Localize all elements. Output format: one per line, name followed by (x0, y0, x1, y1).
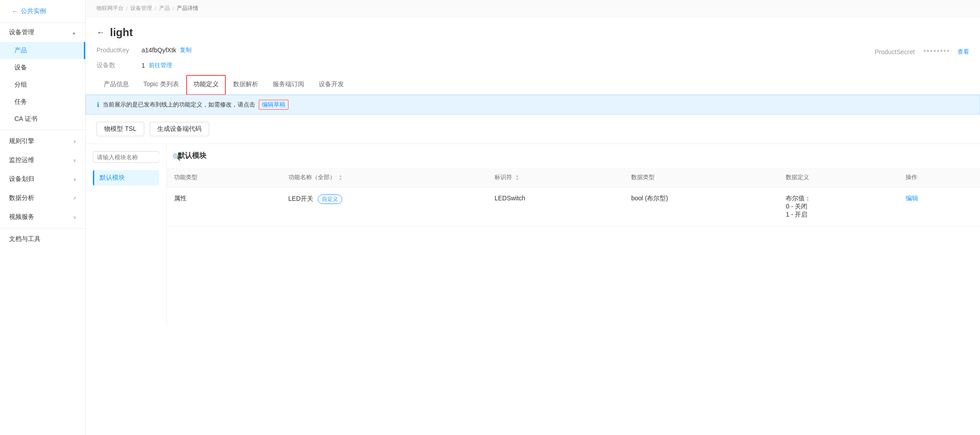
page-title: light (110, 26, 133, 39)
sidebar-group-monitor[interactable]: 监控运维 ∨ (0, 151, 85, 170)
module-title: 默认模块 (167, 144, 980, 168)
table-header: 功能类型 功能名称（全部） ▲▼ 标识符 (167, 168, 980, 187)
data-def-0: 0 - 关闭 (786, 203, 891, 211)
edit-draft-btn[interactable]: 编辑草稿 (259, 100, 289, 110)
module-search-box: 🔍 (93, 151, 159, 163)
info-circle-icon: ℹ (97, 101, 99, 108)
module-area: 🔍 默认模块 默认模块 功能类型 (86, 144, 980, 324)
info-banner: ℹ 当前展示的是已发布到线上的功能定义，如需修改，请点击 编辑草稿 (86, 95, 980, 115)
table-row: 属性 LED开关 自定义 LEDSwitch boo (167, 187, 980, 227)
data-def-title: 布尔值： (786, 194, 891, 203)
sidebar-item-ca[interactable]: CA 证书 (0, 111, 85, 128)
tab-feature-def[interactable]: 功能定义 (186, 75, 226, 95)
chevron-up-icon: ▲ (72, 30, 76, 35)
product-secret-row: ProductSecret ******** 查看 (875, 48, 969, 56)
breadcrumb-sep-1: / (126, 5, 128, 12)
tab-content: ℹ 当前展示的是已发布到线上的功能定义，如需修改，请点击 编辑草稿 物模型 TS… (86, 95, 980, 435)
main-content: 物联网平台 / 设备管理 / 产品 / 产品详情 ← light Product… (86, 0, 980, 435)
sidebar-group-data[interactable]: 数据分析 ↗ (0, 189, 85, 208)
tab-topic-list[interactable]: Topic 类列表 (136, 75, 186, 95)
product-secret-value: ******** (923, 48, 950, 56)
view-secret-btn[interactable]: 查看 (957, 48, 969, 56)
chevron-down-icon-video: ∨ (73, 215, 76, 220)
chevron-down-icon-rules: ∨ (73, 139, 76, 144)
content-inner: ℹ 当前展示的是已发布到线上的功能定义，如需修改，请点击 编辑草稿 物模型 TS… (86, 95, 980, 435)
product-key-row: ProductKey a14fbQyfXtk 复制 (96, 46, 875, 54)
tab-device-dev[interactable]: 设备开发 (311, 75, 351, 95)
breadcrumb-iot[interactable]: 物联网平台 (96, 5, 124, 12)
cell-operation: 编辑 (898, 187, 980, 227)
sidebar-back-btn[interactable]: ← 公共实例 (0, 0, 85, 23)
table-header-row: 功能类型 功能名称（全部） ▲▼ 标识符 (167, 168, 980, 187)
table-body: 属性 LED开关 自定义 LEDSwitch boo (167, 187, 980, 227)
breadcrumb-current: 产品详情 (177, 5, 198, 12)
tab-data-analysis[interactable]: 数据解析 (226, 75, 266, 95)
breadcrumb-device-mgmt[interactable]: 设备管理 (130, 5, 152, 12)
sidebar-group-device-management[interactable]: 设备管理 ▲ (0, 23, 85, 42)
sidebar-divider-1 (0, 130, 85, 130)
sort-icon-func-name[interactable]: ▲▼ (339, 174, 342, 181)
product-secret-label: ProductSecret (875, 48, 920, 56)
feature-table: 功能类型 功能名称（全部） ▲▼ 标识符 (167, 168, 980, 227)
device-count-label: 设备数 (96, 61, 142, 69)
sidebar-item-product[interactable]: 产品 (0, 42, 85, 59)
sidebar-divider-2 (0, 228, 85, 229)
breadcrumb-sep-2: / (155, 5, 156, 12)
cell-identifier: LEDSwitch (487, 187, 624, 227)
cell-func-name: LED开关 自定义 (281, 187, 487, 227)
copy-btn[interactable]: 复制 (180, 46, 192, 54)
tab-service-sub[interactable]: 服务端订阅 (266, 75, 311, 95)
cell-func-type: 属性 (167, 187, 281, 227)
chevron-down-icon-assign: ∨ (73, 177, 76, 182)
tsl-btn[interactable]: 物模型 TSL (96, 122, 144, 136)
product-key-value: a14fbQyfXtk (142, 46, 176, 54)
device-count-value: 1 (142, 62, 145, 69)
sidebar-item-group[interactable]: 分组 (0, 76, 85, 93)
page-header: ← light ProductKey a14fbQyfXtk 复制 Produc… (86, 17, 980, 73)
breadcrumb-sep-3: / (173, 5, 174, 12)
default-module-item[interactable]: 默认模块 (93, 170, 159, 185)
device-count-row: 设备数 1 前往管理 (96, 61, 969, 69)
sidebar-back-label: 公共实例 (21, 7, 46, 15)
breadcrumb: 物联网平台 / 设备管理 / 产品 / 产品详情 (86, 0, 980, 17)
right-panel: 默认模块 功能类型 功能名称（全部） ▲▼ (167, 144, 980, 324)
title-row: ← light (96, 26, 969, 39)
sidebar-device-management: 设备管理 ▲ 产品 设备 分组 任务 CA 证书 (0, 23, 85, 128)
sidebar: ← 公共实例 设备管理 ▲ 产品 设备 分组 任务 CA 证书 规则引擎 ∨ 监… (0, 0, 86, 435)
col-func-name: 功能名称（全部） ▲▼ (281, 168, 487, 187)
cell-data-type: bool (布尔型) (624, 187, 779, 227)
module-search-input[interactable] (97, 154, 173, 161)
back-arrow-icon: ← (12, 8, 18, 15)
tab-product-info[interactable]: 产品信息 (96, 75, 136, 95)
data-def-1: 1 - 开启 (786, 211, 891, 219)
sub-toolbar: 物模型 TSL 生成设备端代码 (86, 115, 980, 144)
page-back-arrow[interactable]: ← (96, 28, 105, 37)
sidebar-group-video[interactable]: 视频服务 ∨ (0, 208, 85, 227)
col-data-def: 数据定义 (779, 168, 898, 187)
gen-code-btn[interactable]: 生成设备端代码 (150, 122, 209, 136)
info-text: 当前展示的是已发布到线上的功能定义，如需修改，请点击 (103, 101, 255, 109)
goto-manage-btn[interactable]: 前往管理 (149, 61, 172, 69)
left-panel: 🔍 默认模块 (86, 144, 167, 324)
sort-icon-identifier[interactable]: ▲▼ (516, 174, 519, 181)
external-link-icon: ↗ (73, 196, 76, 201)
col-operation: 操作 (898, 168, 980, 187)
custom-tag: 自定义 (318, 194, 342, 204)
col-data-type: 数据类型 (624, 168, 779, 187)
sidebar-item-device[interactable]: 设备 (0, 59, 85, 76)
chevron-down-icon-monitor: ∨ (73, 158, 76, 163)
sidebar-item-docs[interactable]: 文档与工具 (0, 231, 85, 248)
tabs-bar: 产品信息 Topic 类列表 功能定义 数据解析 服务端订阅 设备开发 (86, 75, 980, 95)
breadcrumb-product[interactable]: 产品 (159, 5, 170, 12)
edit-row-btn[interactable]: 编辑 (906, 194, 918, 202)
sidebar-group-rules[interactable]: 规则引擎 ∨ (0, 132, 85, 151)
sidebar-item-task[interactable]: 任务 (0, 93, 85, 111)
col-identifier: 标识符 ▲▼ (487, 168, 624, 187)
col-func-type: 功能类型 (167, 168, 281, 187)
cell-data-def: 布尔值： 0 - 关闭 1 - 开启 (779, 187, 898, 227)
product-key-label: ProductKey (96, 46, 142, 54)
sidebar-group-assign[interactable]: 设备划归 ∨ (0, 170, 85, 189)
